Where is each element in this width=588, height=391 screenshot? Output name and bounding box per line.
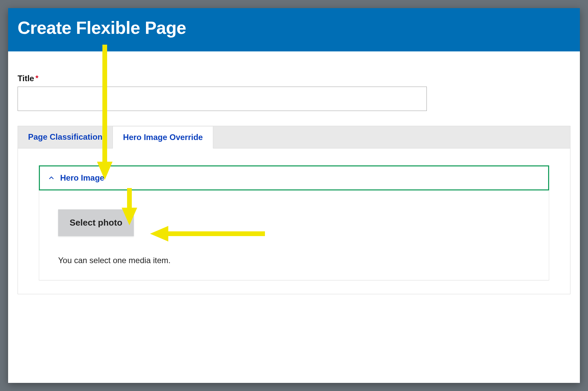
- title-input[interactable]: [18, 87, 427, 111]
- tab-hero-image-override[interactable]: Hero Image Override: [113, 127, 213, 148]
- tabs-bar: Page Classification Hero Image Override: [18, 126, 570, 148]
- title-label: Title: [18, 74, 34, 83]
- select-photo-help-text: You can select one media item.: [58, 256, 530, 265]
- hero-image-section-toggle[interactable]: Hero Image: [39, 165, 549, 190]
- form-content: Title* Page Classification Hero Image Ov…: [8, 51, 580, 301]
- chevron-up-icon: [48, 175, 55, 181]
- hero-image-section-body: Select photo You can select one media it…: [39, 190, 549, 280]
- tab-page-classification[interactable]: Page Classification: [18, 126, 113, 148]
- page-header: Create Flexible Page: [8, 8, 580, 51]
- select-photo-button[interactable]: Select photo: [58, 209, 134, 236]
- app-window: Create Flexible Page Title* Page Classif…: [8, 8, 580, 383]
- tabs-container: Page Classification Hero Image Override …: [18, 126, 570, 294]
- tab-panel-hero-image-override: Hero Image Select photo You can select o…: [18, 148, 570, 294]
- hero-image-section-title: Hero Image: [60, 173, 104, 183]
- page-title: Create Flexible Page: [18, 18, 570, 38]
- title-field-wrapper: Title*: [18, 74, 570, 111]
- required-indicator: *: [35, 74, 39, 82]
